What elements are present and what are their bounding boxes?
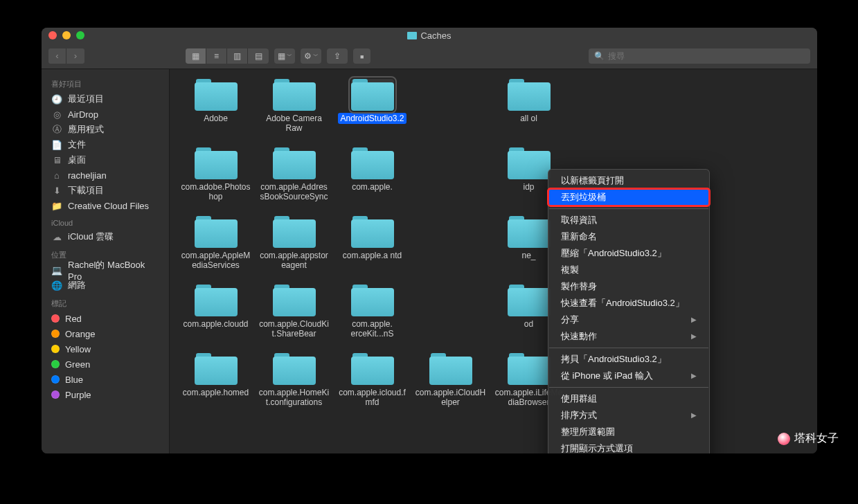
sidebar-item-label: Rachel的 MacBook Pro — [68, 259, 159, 282]
sidebar-item-label: Yellow — [65, 344, 91, 354]
sidebar-item[interactable]: 🖥桌面 — [42, 152, 169, 168]
context-menu-item[interactable]: 快速查看「AndroidStudio3.2」 — [548, 295, 709, 312]
sidebar-item-label: Creative Cloud Files — [68, 201, 149, 211]
sidebar-item[interactable]: 📄文件 — [42, 137, 169, 152]
context-menu-label: 壓縮「AndroidStudio3.2」 — [561, 247, 666, 260]
context-menu-item[interactable]: 使用群組 — [548, 390, 709, 407]
folder-item[interactable]: com.apple. — [333, 147, 411, 202]
folder-item[interactable]: com.adobe.Photoshop — [177, 147, 255, 202]
folder-item[interactable]: com.apple. erceKit...nS — [333, 285, 411, 339]
folder-item[interactable]: Adobe — [177, 79, 255, 134]
sidebar-item[interactable]: Ⓐ應用程式 — [42, 122, 169, 137]
sidebar-item[interactable]: ⌂racheljian — [42, 168, 169, 183]
context-menu-item[interactable]: 拷貝「AndroidStudio3.2」 — [548, 351, 709, 368]
search-field[interactable]: 🔍 — [589, 48, 810, 64]
sidebar-section-header: 喜好項目 — [42, 73, 169, 91]
context-menu-item[interactable]: 重新命名 — [548, 228, 709, 245]
folder-label: com.apple.cloudd — [181, 318, 250, 330]
watermark-icon — [778, 433, 790, 445]
submenu-arrow-icon: ▶ — [691, 314, 697, 326]
doc-icon: 📄 — [51, 140, 62, 150]
sidebar-item[interactable]: Yellow — [42, 341, 169, 357]
folder-item[interactable]: com.apple.AddressBookSourceSync — [255, 147, 333, 202]
sidebar-item[interactable]: 📁Creative Cloud Files — [42, 198, 169, 213]
icon-view-button[interactable]: ▦ — [186, 48, 206, 64]
folder-item[interactable]: AndroidStudio3.2 — [333, 79, 411, 134]
gallery-view-button[interactable]: ▤ — [248, 48, 269, 64]
share-button[interactable] — [327, 48, 348, 64]
context-menu-item[interactable]: 從 iPhone 或 iPad 輸入▶ — [548, 368, 709, 384]
sidebar-item-label: 下載項目 — [68, 184, 104, 197]
folder-icon — [351, 147, 394, 179]
tag-dot-icon — [51, 375, 60, 384]
context-menu-item[interactable]: 以新標籤頁打開 — [548, 172, 709, 189]
globe-icon: 🌐 — [51, 280, 62, 290]
tags-button[interactable] — [353, 48, 370, 64]
folder-label: od — [522, 318, 535, 330]
sidebar-item[interactable]: ◎AirDrop — [42, 107, 169, 122]
sidebar-item-label: iCloud 雲碟 — [68, 231, 114, 243]
back-button[interactable]: ‹ — [48, 48, 66, 64]
context-menu-item[interactable]: 取得資訊 — [548, 212, 709, 228]
folder-item[interactable]: com.apple.cloudd — [177, 285, 255, 339]
context-menu-item[interactable]: 整理所選範圍 — [548, 424, 709, 440]
context-menu-item[interactable]: 複製 — [548, 262, 709, 278]
sidebar-item-label: Purple — [65, 390, 91, 400]
context-menu-label: 複製 — [561, 264, 579, 276]
folder-icon — [195, 285, 238, 316]
sidebar-item[interactable]: Blue — [42, 372, 169, 387]
sidebar-item[interactable]: ⬇下載項目 — [42, 183, 169, 198]
folder-item[interactable]: com.apple.AppleMediaServices — [177, 216, 255, 271]
folder-item[interactable]: all ol — [490, 79, 568, 134]
folder-item[interactable]: Adobe Camera Raw — [255, 79, 333, 134]
context-menu-label: 重新命名 — [561, 231, 597, 243]
folder-label: ne_ — [519, 250, 537, 261]
context-menu-item[interactable]: 打開顯示方式選項 — [548, 440, 709, 453]
sidebar-item[interactable]: 🕘最近項目 — [42, 91, 169, 107]
folder-label: com.apple.icloud.fmfd — [335, 387, 410, 408]
folder-label: com.apple. erceKit...nS — [335, 318, 410, 339]
folder-item[interactable]: com.apple.appstoreagent — [255, 216, 333, 271]
titlebar: Caches — [42, 28, 817, 43]
folder-item[interactable]: com.apple.icloud.fmfd — [333, 353, 411, 408]
sidebar-item[interactable]: Purple — [42, 387, 169, 402]
folder-item[interactable]: com.apple.HomeKit.configurations — [255, 353, 333, 408]
sidebar-item[interactable]: Red — [42, 311, 169, 326]
minimize-button[interactable] — [62, 31, 71, 39]
folder-label: all ol — [518, 113, 539, 124]
arrange-group: ▦﹀ — [274, 48, 295, 64]
context-menu-item[interactable]: 製作替身 — [548, 278, 709, 295]
arrange-button[interactable]: ▦﹀ — [274, 48, 295, 64]
folder-icon: 📁 — [51, 201, 62, 210]
folder-label: com.apple.appstoreagent — [257, 250, 332, 271]
list-view-button[interactable]: ≡ — [206, 48, 227, 64]
sidebar-item-label: Blue — [65, 375, 83, 385]
context-menu-item[interactable]: 快速動作▶ — [548, 328, 709, 345]
search-input[interactable] — [608, 51, 805, 61]
context-menu-label: 快速查看「AndroidStudio3.2」 — [561, 297, 684, 309]
column-view-button[interactable]: ▥ — [227, 48, 248, 64]
context-menu-label: 打開顯示方式選項 — [561, 442, 633, 453]
action-menu-button[interactable]: ﹀ — [301, 48, 321, 64]
folder-item[interactable]: com.apple.a ntd — [333, 216, 411, 271]
context-menu-item[interactable]: 丟到垃圾桶 — [548, 189, 709, 206]
folder-label: com.apple.AppleMediaServices — [179, 250, 253, 271]
close-button[interactable] — [48, 31, 57, 39]
sidebar-item[interactable]: 💻Rachel的 MacBook Pro — [42, 262, 169, 278]
sidebar-item[interactable]: Green — [42, 357, 169, 372]
sidebar-item[interactable]: Orange — [42, 326, 169, 341]
folder-item[interactable]: com.apple.iCloudHelper — [411, 353, 490, 408]
folder-item[interactable]: com.apple.homed — [177, 353, 255, 408]
folder-icon — [273, 285, 316, 316]
sidebar-item[interactable]: ☁iCloud 雲碟 — [42, 229, 169, 244]
folder-icon — [351, 285, 394, 316]
context-menu-item[interactable]: 分享▶ — [548, 312, 709, 328]
context-menu-item[interactable]: 壓縮「AndroidStudio3.2」 — [548, 245, 709, 262]
sidebar: 喜好項目🕘最近項目◎AirDropⒶ應用程式📄文件🖥桌面⌂racheljian⬇… — [42, 69, 170, 453]
forward-button[interactable]: › — [66, 48, 84, 64]
folder-item[interactable]: com.apple.CloudKit.ShareBear — [255, 285, 333, 339]
context-menu-item[interactable]: 排序方式▶ — [548, 407, 709, 424]
context-menu-separator — [549, 348, 708, 348]
sidebar-item-label: 應用程式 — [68, 123, 104, 136]
zoom-button[interactable] — [76, 31, 84, 39]
